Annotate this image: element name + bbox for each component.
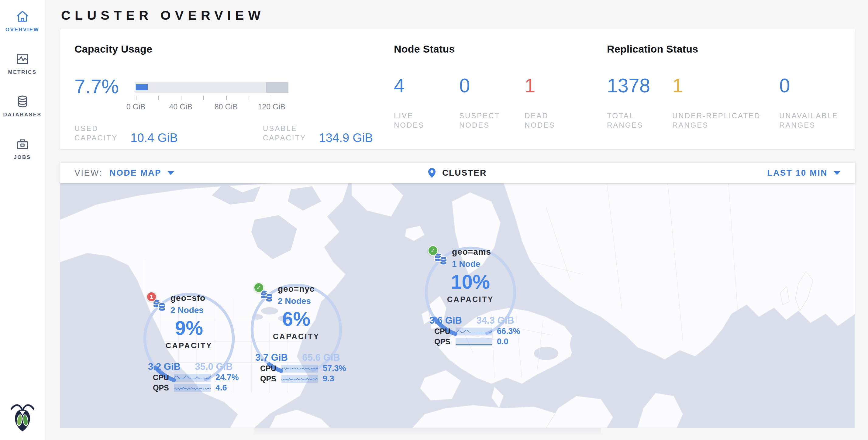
locality-node-count: 2 Nodes <box>278 296 315 306</box>
view-label: VIEW: <box>74 168 102 178</box>
capacity-bar <box>135 82 288 93</box>
gauge-usable-value: 65.6 GiB <box>296 352 346 363</box>
replication-status-section: Replication Status 1378 TOTALRANGES 1 UN… <box>607 43 846 130</box>
usable-capacity-stat: USABLE CAPACITY 134.9 GiB <box>263 124 373 143</box>
qps-value: 9.3 <box>323 374 334 383</box>
gauge-percent: 6% <box>247 309 346 329</box>
locality-node-count: 1 Node <box>452 259 491 269</box>
healthy-badge: ✓ <box>428 245 438 256</box>
cpu-label: CPU <box>434 327 453 336</box>
node-status-title: Node Status <box>394 43 579 55</box>
sidebar-item-label: OVERVIEW <box>5 27 39 33</box>
map-toolbar: VIEW: NODE MAP CLUSTER LAST 10 MIN <box>60 162 855 183</box>
main-content: CLUSTER OVERVIEW Capacity Usage 7.7% 0 <box>45 0 868 438</box>
qps-value: 0.0 <box>497 337 508 346</box>
sidebar-item-label: METRICS <box>8 69 37 75</box>
capacity-bar-reserved <box>266 82 288 93</box>
locality-node-count: 2 Nodes <box>170 305 206 315</box>
qps-sparkline <box>174 384 211 392</box>
cpu-value: 24.7% <box>215 373 239 382</box>
gauge-used-value: 3.2 GiB <box>140 361 189 372</box>
breadcrumb-cluster[interactable]: CLUSTER <box>442 168 487 178</box>
briefcase-icon <box>16 137 29 151</box>
cpu-label: CPU <box>260 364 279 373</box>
cpu-value: 57.3% <box>323 364 346 373</box>
qps-value: 4.6 <box>215 383 227 392</box>
gauge-usable-value: 34.3 GiB <box>470 315 520 326</box>
suspect-nodes-stat: 0 SUSPECTNODES <box>459 75 525 130</box>
capacity-axis-ticks <box>135 96 288 101</box>
gauge-capacity-label: CAPACITY <box>140 341 239 350</box>
locality-name: geo=nyc <box>278 284 315 294</box>
cpu-sparkline <box>174 374 211 382</box>
sidebar-item-overview[interactable]: OVERVIEW <box>0 5 45 37</box>
gauge-percent: 9% <box>140 318 239 338</box>
healthy-badge: ✓ <box>253 282 264 293</box>
gauge-capacity-label: CAPACITY <box>421 295 520 304</box>
qps-sparkline <box>456 338 492 346</box>
usable-capacity-value: 134.9 GiB <box>319 132 373 144</box>
sidebar-item-label: JOBS <box>14 154 31 160</box>
capacity-bar-used <box>136 84 148 90</box>
sidebar: OVERVIEW METRICS DATABASES JOBS <box>0 0 45 440</box>
cluster-summary-panel: Capacity Usage 7.7% 0 GiB 40 GiB <box>60 29 855 150</box>
chevron-down-icon <box>834 171 840 175</box>
total-ranges-stat: 1378 TOTALRANGES <box>607 75 672 130</box>
page-title: CLUSTER OVERVIEW <box>60 0 855 29</box>
bottom-strip <box>60 428 855 438</box>
qps-label: QPS <box>153 383 172 392</box>
cpu-value: 66.3% <box>497 327 520 336</box>
locality-name: geo=ams <box>452 247 491 257</box>
locality-name: geo=sfo <box>170 293 206 303</box>
dead-node-badge: 1 <box>146 291 157 302</box>
capacity-percent: 7.7% <box>74 77 135 96</box>
sidebar-item-jobs[interactable]: JOBS <box>0 133 45 165</box>
cpu-sparkline <box>281 365 318 373</box>
sidebar-item-metrics[interactable]: METRICS <box>0 48 45 80</box>
cpu-label: CPU <box>153 373 172 382</box>
dead-nodes-stat: 1 DEADNODES <box>525 75 579 130</box>
used-capacity-value: 10.4 GiB <box>130 132 178 144</box>
view-dropdown[interactable]: NODE MAP <box>110 168 174 178</box>
replication-status-title: Replication Status <box>607 43 846 55</box>
capacity-usage-title: Capacity Usage <box>74 43 406 55</box>
location-pin-icon <box>428 168 436 178</box>
gauge-usable-value: 35.0 GiB <box>189 361 239 372</box>
under-replicated-ranges-stat: 1 UNDER-REPLICATEDRANGES <box>672 75 779 130</box>
cpu-sparkline <box>456 327 492 336</box>
gauge-used-value: 3.7 GiB <box>247 352 296 363</box>
sidebar-item-label: DATABASES <box>3 112 42 118</box>
sidebar-item-databases[interactable]: DATABASES <box>0 91 45 122</box>
gauge-capacity-label: CAPACITY <box>247 332 346 341</box>
capacity-usage-section: Capacity Usage 7.7% 0 GiB 40 GiB <box>74 43 406 149</box>
qps-label: QPS <box>434 337 453 346</box>
node-status-section: Node Status 4 LIVENODES 0 SUSPECTNODES 1… <box>394 43 579 130</box>
home-icon <box>16 10 29 24</box>
qps-label: QPS <box>260 374 279 383</box>
time-range-dropdown[interactable]: LAST 10 MIN <box>767 168 840 178</box>
capacity-axis-labels: 0 GiB 40 GiB 80 GiB 120 GiB <box>135 102 288 112</box>
node-map[interactable]: 1 geo=sfo 2 Nodes <box>60 183 855 428</box>
gauge-percent: 10% <box>421 272 520 292</box>
metrics-chart-icon <box>16 52 29 66</box>
live-nodes-stat: 4 LIVENODES <box>394 75 459 130</box>
qps-sparkline <box>281 375 318 383</box>
cockroachdb-logo <box>9 403 36 431</box>
chevron-down-icon <box>167 171 174 175</box>
unavailable-ranges-stat: 0 UNAVAILABLERANGES <box>779 75 846 130</box>
scroll-hint[interactable] <box>254 428 601 437</box>
used-capacity-stat: USED CAPACITY 10.4 GiB <box>74 124 178 143</box>
database-icon <box>16 95 29 109</box>
gauge-used-value: 3.6 GiB <box>421 315 470 326</box>
